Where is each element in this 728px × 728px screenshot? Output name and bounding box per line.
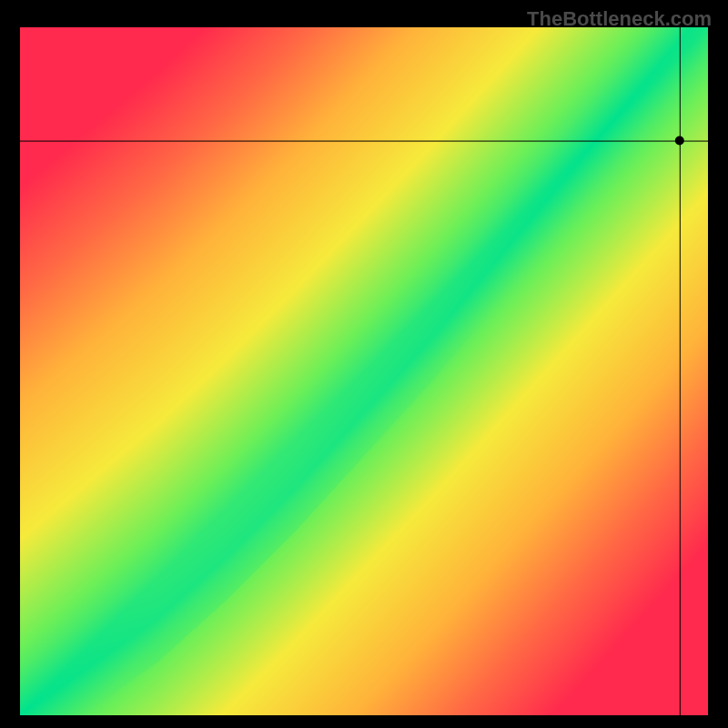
bottleneck-heatmap <box>20 27 708 715</box>
chart-container: TheBottleneck.com <box>0 0 728 728</box>
watermark-text: TheBottleneck.com <box>527 7 712 31</box>
